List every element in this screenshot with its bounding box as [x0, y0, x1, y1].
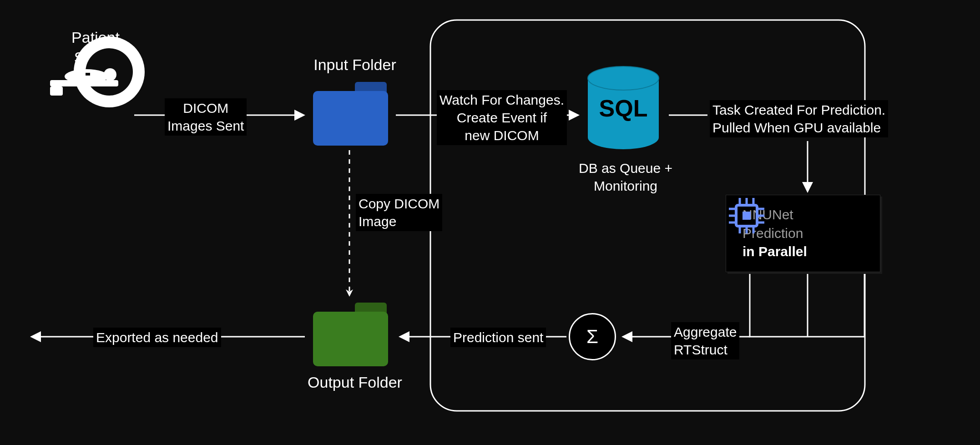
- task-l1: Task Created For Prediction.: [712, 102, 885, 117]
- chip-icon: [726, 195, 767, 236]
- svg-point-24: [588, 126, 659, 149]
- diagram-canvas: Patient Scans DICOM Images Sent Input Fo…: [0, 0, 980, 445]
- svg-rect-16: [50, 86, 63, 96]
- agg-l2: RTStruct: [674, 342, 727, 357]
- input-folder-icon: [309, 77, 400, 150]
- db-l2: Monitoring: [594, 178, 657, 193]
- output-folder-label: Output Folder: [296, 372, 414, 392]
- sigma-node: Σ: [569, 313, 616, 360]
- output-folder-icon: [309, 298, 400, 371]
- db-label: DB as Queue + Monitoring: [571, 159, 680, 195]
- sql-text: SQL: [599, 95, 648, 121]
- svg-point-18: [104, 68, 116, 81]
- sigma-symbol: Σ: [586, 326, 598, 348]
- ct-scanner-icon: [41, 31, 150, 122]
- dicom-sent-l1: DICOM: [183, 101, 228, 116]
- patient-scans-node: Patient Scans: [41, 27, 150, 67]
- task-created-label: Task Created For Prediction. Pulled When…: [710, 100, 888, 137]
- prediction-sent-label: Prediction sent: [450, 328, 546, 347]
- svg-rect-41: [313, 312, 388, 366]
- copy-l1: Copy DICOM: [359, 196, 439, 211]
- watch-l2: Create Event if: [457, 110, 547, 125]
- svg-point-17: [65, 69, 108, 84]
- aggregate-label: Aggregate RTStruct: [671, 322, 739, 359]
- watch-l1: Watch For Changes.: [439, 92, 564, 107]
- nnunet-box: NNUNet Prediction in Parallel: [726, 195, 880, 272]
- sql-db-icon: SQL: [582, 64, 673, 159]
- dicom-sent-label: DICOM Images Sent: [165, 98, 247, 136]
- watch-l3: new DICOM: [465, 128, 539, 143]
- svg-rect-27: [743, 212, 751, 220]
- copy-dicom-label: Copy DICOM Image: [356, 194, 442, 231]
- svg-rect-19: [86, 73, 90, 76]
- copy-l2: Image: [359, 214, 396, 229]
- db-l1: DB as Queue +: [579, 161, 672, 176]
- exported-label: Exported as needed: [93, 328, 221, 347]
- dicom-sent-l2: Images Sent: [167, 118, 244, 133]
- agg-l1: Aggregate: [674, 324, 737, 339]
- watch-changes-label: Watch For Changes. Create Event if new D…: [437, 90, 567, 145]
- task-l2: Pulled When GPU available: [712, 120, 881, 135]
- svg-rect-21: [313, 91, 388, 146]
- input-folder-label: Input Folder: [300, 55, 409, 75]
- nnunet-l3: in Parallel: [743, 243, 807, 261]
